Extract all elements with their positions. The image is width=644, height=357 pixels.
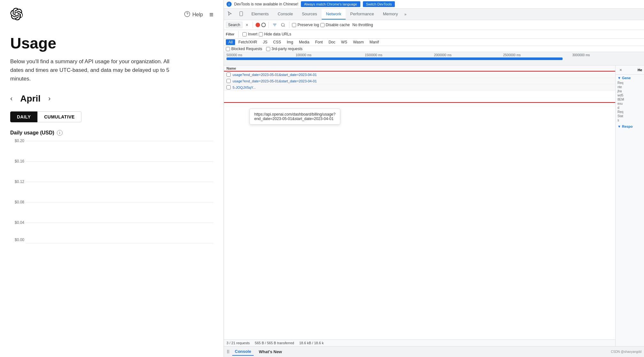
network-item-3-checkbox[interactable] [226, 85, 231, 89]
console-tab[interactable]: Console [232, 348, 254, 356]
menu-button[interactable]: ≡ [209, 11, 213, 19]
resp-section-title: ▼ Respo [617, 125, 642, 128]
svg-point-0 [185, 11, 190, 17]
type-filter-js[interactable]: JS [260, 39, 270, 45]
filter-icon[interactable] [271, 21, 278, 28]
network-item-1-checkbox[interactable] [226, 72, 231, 77]
top-nav: Help ≡ [10, 8, 213, 22]
timeline-label-2: 100000 ms [296, 53, 365, 57]
svg-rect-2 [240, 11, 242, 16]
toolbar-separator-3 [289, 22, 289, 28]
help-label: Help [192, 12, 203, 18]
cursor-icon[interactable] [224, 9, 235, 20]
console-dots-icon[interactable]: ⠿ [226, 349, 230, 354]
chevron-left-icon: ‹ [10, 95, 12, 103]
network-item-1[interactable]: usage?end_date=2023-05-01&start_date=202… [224, 72, 615, 78]
disable-cache-checkbox[interactable]: Disable cache [320, 23, 350, 27]
tab-network[interactable]: Network [322, 9, 346, 19]
jha-row: jha [617, 89, 642, 93]
console-bar: ⠿ Console What's New CSDN @shaoyangdd [224, 346, 644, 357]
network-item-2[interactable]: usage?end_date=2023-05-01&start_date=202… [224, 78, 615, 84]
tab-memory[interactable]: Memory [379, 9, 402, 19]
timeline-label-5: 2500000 ms [503, 53, 572, 57]
chart-section: Daily usage (USD) i $0.20 $0.16 $0.12 $0… [10, 130, 213, 243]
page-description: Below you'll find a summary of API usage… [10, 57, 176, 83]
third-party-input[interactable] [266, 47, 270, 51]
type-filter-img[interactable]: Img [284, 39, 296, 45]
type-filter-font[interactable]: Font [312, 39, 325, 45]
search-close-button[interactable]: × [244, 22, 250, 28]
chart-info-icon[interactable]: i [57, 130, 63, 136]
side-panel-close-button[interactable]: × [617, 67, 624, 73]
tab-console[interactable]: Console [273, 9, 297, 19]
disable-cache-label: Disable cache [326, 23, 350, 27]
data-transferred: 565 B / 565 B transferred [255, 341, 294, 345]
hide-data-urls-input[interactable] [259, 32, 263, 36]
third-party-checkbox[interactable]: 3rd-party requests [266, 47, 303, 51]
general-section-title: ▼ Gene [617, 76, 642, 80]
no-throttle-label: No throttling [352, 23, 373, 27]
data-size: 18.6 kB / 18.6 k [299, 341, 324, 345]
match-language-button[interactable]: Always match Chrome's language [301, 1, 360, 7]
month-label: April [20, 94, 41, 104]
invert-label: Invert [248, 32, 257, 36]
toolbar-separator-2 [268, 22, 269, 28]
type-filter-css[interactable]: CSS [271, 39, 284, 45]
preserve-log-checkbox[interactable]: Preserve log [292, 23, 319, 27]
record-button[interactable] [256, 23, 260, 27]
exu-row: exu [617, 102, 642, 105]
usage-page: Help ≡ Usage Below you'll find a summary… [0, 0, 224, 357]
name-column-header: Name [226, 66, 236, 70]
invert-checkbox[interactable]: Invert [242, 32, 257, 36]
whats-new-tab[interactable]: What's New [256, 348, 284, 355]
network-item-3[interactable]: 5-JOQJX5qY... [224, 84, 615, 91]
type-filter-all[interactable]: All [226, 39, 235, 45]
third-party-label: 3rd-party requests [272, 47, 303, 51]
preserve-log-input[interactable] [292, 23, 296, 27]
timeline-label-6: 3000000 ms [572, 53, 642, 57]
more-tabs-button[interactable]: » [402, 10, 409, 19]
blocked-requests-checkbox[interactable]: Blocked Requests [226, 47, 262, 51]
prev-month-button[interactable]: ‹ [10, 95, 12, 103]
device-icon[interactable] [235, 9, 247, 20]
timeline-selector[interactable] [226, 57, 563, 60]
type-filter-manifest[interactable]: Manif [367, 39, 381, 45]
chevron-right-icon: › [48, 95, 50, 103]
timeline-labels: 500000 ms 100000 ms 1500000 ms 2000000 m… [224, 53, 644, 57]
cumulative-tab[interactable]: CUMULATIVE [37, 111, 81, 122]
wd5-row: wd5 [617, 94, 642, 97]
blocked-requests-input[interactable] [226, 47, 230, 51]
y-label-004: $0.04 [10, 220, 24, 225]
nav-right: Help ≡ [184, 11, 213, 19]
type-filter-media[interactable]: Media [296, 39, 312, 45]
network-item-2-checkbox[interactable] [226, 79, 231, 83]
logo[interactable] [10, 8, 23, 22]
disable-cache-input[interactable] [320, 23, 325, 27]
network-toolbar: Search × Preserve log Disable cache No t… [224, 20, 644, 30]
timeline-label-3: 1500000 ms [365, 53, 434, 57]
chart-title: Daily usage (USD) i [10, 130, 213, 136]
tab-performance[interactable]: Performance [346, 9, 378, 19]
filter-label: Filter [226, 32, 234, 36]
invert-input[interactable] [242, 32, 247, 36]
hide-data-urls-checkbox[interactable]: Hide data URLs [259, 32, 291, 36]
filter-row: Filter Invert Hide data URLs [224, 30, 644, 39]
tab-elements[interactable]: Elements [247, 9, 273, 19]
switch-devtools-button[interactable]: Switch DevTools [363, 1, 395, 7]
type-filter-fetch[interactable]: Fetch/XHR [236, 39, 260, 45]
search-icon[interactable] [280, 21, 287, 28]
help-button[interactable]: Help [184, 11, 203, 19]
y-label-000: $0.00 [10, 238, 24, 242]
type-filter-doc[interactable]: Doc [326, 39, 338, 45]
tooltip-text: https://api.openai.com/dashboard/billing… [254, 112, 335, 121]
search-label: Search [228, 23, 240, 27]
next-month-button[interactable]: › [48, 95, 50, 103]
network-list-header: Name [224, 65, 615, 72]
tab-sources[interactable]: Sources [297, 9, 322, 19]
stop-button[interactable] [261, 23, 266, 27]
daily-tab[interactable]: DAILY [10, 111, 37, 122]
type-filter-ws[interactable]: WS [339, 39, 350, 45]
timeline-label-1: 500000 ms [226, 53, 296, 57]
type-filter-wasm[interactable]: Wasm [350, 39, 366, 45]
req2-row: Req [617, 110, 642, 114]
